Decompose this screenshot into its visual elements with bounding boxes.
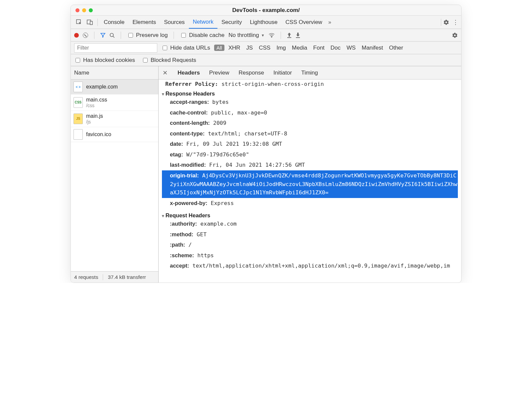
header-value: W/"7d9-179d76c65e0" xyxy=(183,151,249,158)
header-row[interactable]: :authority: example.com xyxy=(162,219,458,229)
status-bar: 4 requests 37.4 kB transferr xyxy=(71,271,158,283)
download-har-icon[interactable] xyxy=(296,33,300,38)
header-row[interactable]: x-powered-by: Express xyxy=(162,198,458,209)
record-button[interactable] xyxy=(74,33,79,38)
tab-network[interactable]: Network xyxy=(189,16,217,29)
settings-icon[interactable] xyxy=(443,19,449,25)
header-row[interactable]: content-type: text/html; charset=UTF-8 xyxy=(162,128,458,139)
detail-tab-headers[interactable]: Headers xyxy=(178,70,200,76)
response-headers-section[interactable]: Response Headers xyxy=(162,91,458,97)
request-name: main.css xyxy=(86,97,107,103)
tab-css-overview[interactable]: CSS Overview xyxy=(282,16,327,29)
throttling-value: No throttling xyxy=(228,32,259,39)
header-name: accept: xyxy=(170,263,189,269)
header-row[interactable]: :scheme: https xyxy=(162,250,458,261)
detail-tab-initiator[interactable]: Initiator xyxy=(273,70,292,76)
tab-console[interactable]: Console xyxy=(100,16,128,29)
disable-cache-checkbox[interactable]: Disable cache xyxy=(180,32,224,39)
filter-type-other[interactable]: Other xyxy=(389,45,403,51)
headers-panel[interactable]: Referrer Policy: strict-origin-when-cros… xyxy=(159,80,461,283)
html-file-icon: < > xyxy=(73,82,83,92)
filter-type-font[interactable]: Font xyxy=(313,45,325,51)
tab-elements[interactable]: Elements xyxy=(128,16,160,29)
header-row[interactable]: etag: W/"7d9-179d76c65e0" xyxy=(162,149,458,160)
dropdown-icon: ▼ xyxy=(261,33,265,37)
device-toggle-icon[interactable] xyxy=(87,19,93,25)
request-row[interactable]: CSSmain.css/css xyxy=(71,95,158,111)
network-conditions-icon[interactable] xyxy=(269,33,275,38)
hide-data-urls-label: Hide data URLs xyxy=(170,45,210,51)
devtools-window: DevTools - example.com/ ConsoleElementsS… xyxy=(70,5,462,283)
header-row[interactable]: :path: / xyxy=(162,240,458,250)
header-value: Fri, 04 Jun 2021 14:27:56 GMT xyxy=(206,162,305,168)
request-row[interactable]: < >example.com xyxy=(71,80,158,95)
header-row[interactable]: :method: GET xyxy=(162,229,458,240)
tab-security[interactable]: Security xyxy=(217,16,246,29)
header-row[interactable]: accept-ranges: bytes xyxy=(162,97,458,107)
header-name: origin-trial: xyxy=(170,172,199,178)
header-name: :path: xyxy=(170,242,185,248)
filter-type-manifest[interactable]: Manifest xyxy=(362,45,383,51)
preserve-log-label: Preserve log xyxy=(136,32,168,39)
has-blocked-cookies-label: Has blocked cookies xyxy=(83,57,135,64)
clear-button[interactable] xyxy=(83,33,88,38)
filter-type-ws[interactable]: WS xyxy=(346,45,355,51)
blocked-requests-checkbox[interactable]: Blocked Requests xyxy=(142,57,196,64)
header-name: Referrer Policy: xyxy=(165,81,218,87)
tab-lighthouse[interactable]: Lighthouse xyxy=(246,16,281,29)
blocked-requests-label: Blocked Requests xyxy=(151,57,196,64)
tab-sources[interactable]: Sources xyxy=(160,16,189,29)
detail-tab-timing[interactable]: Timing xyxy=(301,70,318,76)
filter-type-js[interactable]: JS xyxy=(246,45,253,51)
detail-tab-bar: ✕ HeadersPreviewResponseInitiatorTiming xyxy=(159,66,461,80)
header-row[interactable]: accept: text/html,application/xhtml+xml,… xyxy=(162,261,458,271)
header-value: https xyxy=(194,252,214,259)
detail-tab-response[interactable]: Response xyxy=(239,70,264,76)
more-tabs-icon[interactable]: » xyxy=(326,19,333,25)
cookie-filters: Has blocked cookies Blocked Requests xyxy=(71,54,461,66)
header-row[interactable]: date: Fri, 09 Jul 2021 19:32:08 GMT xyxy=(162,139,458,149)
svg-point-5 xyxy=(271,37,272,37)
filter-toggle-icon[interactable] xyxy=(100,33,105,38)
header-row[interactable]: last-modified: Fri, 04 Jun 2021 14:27:56… xyxy=(162,160,458,170)
throttling-select[interactable]: No throttling ▼ xyxy=(228,32,265,39)
has-blocked-cookies-checkbox[interactable]: Has blocked cookies xyxy=(74,57,135,64)
header-name: etag: xyxy=(170,151,183,157)
network-settings-icon[interactable] xyxy=(452,32,458,38)
filter-type-css[interactable]: CSS xyxy=(259,45,270,51)
svg-rect-2 xyxy=(90,21,92,25)
header-value: Fri, 09 Jul 2021 19:32:08 GMT xyxy=(183,141,282,147)
hide-data-urls-checkbox[interactable]: Hide data URLs xyxy=(161,45,210,51)
request-headers-section[interactable]: Request Headers xyxy=(162,212,458,219)
filter-bar: Hide data URLs All XHRJSCSSImgMediaFontD… xyxy=(71,42,461,54)
column-header-name[interactable]: Name xyxy=(71,66,158,80)
close-detail-icon[interactable]: ✕ xyxy=(163,69,170,77)
more-menu-icon[interactable]: ⋮ xyxy=(453,19,459,26)
filter-type-doc[interactable]: Doc xyxy=(331,45,340,51)
filter-type-all[interactable]: All xyxy=(214,45,224,51)
js-file-icon: JS xyxy=(73,113,83,124)
request-row[interactable]: JSmain.js/js xyxy=(71,111,158,127)
header-value: GET xyxy=(194,231,207,238)
search-icon[interactable] xyxy=(109,33,115,38)
header-row[interactable]: cache-control: public, max-age=0 xyxy=(162,107,458,118)
svg-line-4 xyxy=(113,36,114,38)
request-name: favicon.ico xyxy=(86,131,111,137)
header-row[interactable]: origin-trial: Aj4DysCv3VjknU3jJvkDEwnQZK… xyxy=(162,170,458,198)
header-name: content-length: xyxy=(170,120,210,126)
header-value: text/html,application/xhtml+xml,applicat… xyxy=(189,263,450,269)
request-row[interactable]: favicon.ico xyxy=(71,127,158,142)
filter-type-media[interactable]: Media xyxy=(292,45,307,51)
svg-point-3 xyxy=(110,33,113,37)
header-row[interactable]: content-length: 2009 xyxy=(162,118,458,128)
preserve-log-checkbox[interactable]: Preserve log xyxy=(127,32,168,39)
filter-input[interactable] xyxy=(74,43,157,53)
filter-type-xhr[interactable]: XHR xyxy=(228,45,240,51)
inspect-icon[interactable] xyxy=(76,19,82,25)
header-name: x-powered-by: xyxy=(170,200,207,206)
filter-type-img[interactable]: Img xyxy=(276,45,286,51)
header-value: example.com xyxy=(197,221,237,227)
detail-tab-preview[interactable]: Preview xyxy=(209,70,229,76)
upload-har-icon[interactable] xyxy=(287,33,292,38)
request-name: example.com xyxy=(86,84,118,90)
